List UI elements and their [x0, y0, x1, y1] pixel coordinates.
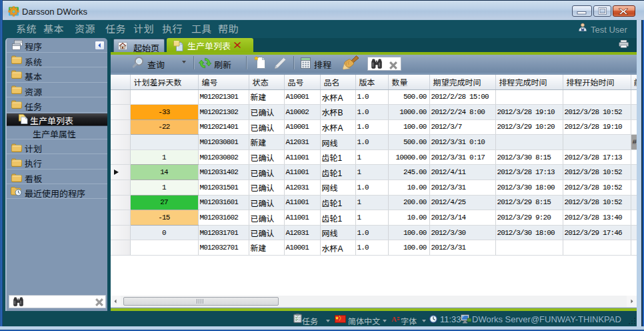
svg-text:A: A [391, 315, 397, 323]
